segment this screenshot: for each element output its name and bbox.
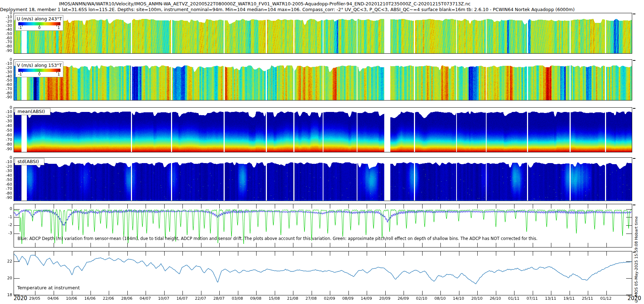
x-axis-date-label: 26/09 <box>395 296 411 301</box>
depth-variation-tick-label: -3 <box>0 231 12 235</box>
std-absi-heatmap-canvas <box>14 158 632 201</box>
v-colorbar-title: V (m/s) along 153°T <box>16 62 63 68</box>
u-depth-tick-label: -50 <box>0 31 12 36</box>
mean-depth-tick-label: -30 <box>0 119 12 123</box>
mean-depth-tick-label: -70 <box>0 137 12 142</box>
x-axis-date-label: 16/07 <box>174 296 190 301</box>
mean-absi-label: mean(ABSI) <box>15 108 50 115</box>
u-depth-tick-label: -10 <box>0 15 12 19</box>
x-axis-date-label: 04/07 <box>137 296 153 301</box>
x-axis-date-label: 14/10 <box>450 296 467 301</box>
x-axis-date-label: 13/11 <box>542 296 559 301</box>
v-depth-tick-label: -50 <box>0 78 12 83</box>
u-depth-tick-label: -70 <box>0 40 12 44</box>
std-depth-tick-label: -50 <box>0 177 12 182</box>
u-colorbar-title: U (m/s) along 243°T <box>16 15 63 21</box>
panel-right-zero-tick <box>633 108 635 109</box>
v-velocity-heatmap-canvas <box>14 60 632 100</box>
x-axis-date-label: 07/11 <box>524 296 541 301</box>
v-depth-tick-label: -30 <box>0 70 12 74</box>
x-axis-date-label: 29/05 <box>26 296 43 301</box>
v-depth-tick-label: -90 <box>0 95 12 99</box>
temperature-tick-label: 22 <box>0 259 12 264</box>
u-depth-tick-label: -30 <box>0 23 12 28</box>
panel-std-absi: std(ABSI) <box>14 157 632 201</box>
x-axis-date-label: 08/09 <box>340 296 356 301</box>
u-depth-tick-label: -20 <box>0 19 12 24</box>
v-depth-tick-label: -10 <box>0 61 12 66</box>
std-depth-tick-label: -80 <box>0 191 12 196</box>
std-absi-label: std(ABSI) <box>15 158 44 165</box>
v-depth-tick-label: -20 <box>0 65 12 70</box>
v-depth-tick-label: -60 <box>0 82 12 87</box>
x-axis-date-label: 22/07 <box>192 296 209 301</box>
x-axis-date-label: 20/09 <box>377 296 393 301</box>
temperature-canvas <box>14 251 632 295</box>
x-axis-date-label: 22/06 <box>100 296 117 301</box>
figure-subtitle-deployment: Deployment 18, member 1 lat=31.65S lon=1… <box>0 7 530 12</box>
std-depth-tick-label: -40 <box>0 173 12 178</box>
x-axis-date-label: 10/07 <box>156 296 172 301</box>
std-depth-tick-label: 0 <box>0 155 12 160</box>
depth-variation-note: Blue: ADCP Depth (m) variation from sens… <box>18 236 537 241</box>
temperature-tick-label: 18 <box>0 293 12 297</box>
x-axis-year-left: 2020 <box>12 295 29 301</box>
depth-variation-tick-label: -2 <box>0 222 12 227</box>
v-colorbar-gradient <box>18 69 60 72</box>
u-colorbar-tick-neg1: -1 <box>18 25 22 30</box>
u-depth-tick-label: -80 <box>0 44 12 49</box>
temperature-label: Temperature at instrument <box>17 285 80 290</box>
v-colorbar-ticklabels: -1 0 1 <box>16 72 63 77</box>
v-colorbar-legend: V (m/s) along 153°T -1 0 1 <box>15 62 63 77</box>
x-axis-date-label: 04/06 <box>45 296 62 301</box>
u-depth-tick-label: -60 <box>0 36 12 40</box>
mean-depth-tick-label: -50 <box>0 128 12 133</box>
v-depth-tick-label: -40 <box>0 74 12 79</box>
panel-v-velocity: V (m/s) along 153°T -1 0 1 <box>14 59 632 100</box>
x-axis-date-label: 08/10 <box>432 296 448 301</box>
panel-u-velocity: U (m/s) along 243°T -1 0 1 <box>14 13 632 54</box>
x-axis-date-label: 14/09 <box>358 296 375 301</box>
depth-variation-tick-label: -1 <box>0 215 12 219</box>
mean-depth-tick-label: 0 <box>0 105 12 110</box>
figure-root: IMOS/ANMN/WA/WATR10/Velocity/IMOS_ANMN-W… <box>0 0 644 304</box>
panel-right-zero-tick <box>633 14 635 14</box>
std-depth-tick-label: -20 <box>0 164 12 169</box>
panel-right-zero-tick <box>633 158 635 159</box>
imos-watermark: © IMOS 05-May-2025 15:59:08 Hobart time <box>634 165 639 303</box>
x-axis-date-label: 20/10 <box>469 296 485 301</box>
std-depth-tick-label: -90 <box>0 195 12 200</box>
u-colorbar-tick-1: 1 <box>58 25 60 30</box>
x-axis-date-label: 27/08 <box>303 296 319 301</box>
panel-temperature: Temperature at instrument <box>14 251 632 295</box>
x-axis-date-label: 19/11 <box>561 296 577 301</box>
depth-variation-tick-label: 0 <box>0 206 12 211</box>
x-axis-date-label: 03/08 <box>229 296 246 301</box>
std-depth-tick-label: -30 <box>0 168 12 173</box>
x-axis-date-label: 26/10 <box>487 296 504 301</box>
mean-depth-tick-label: -20 <box>0 114 12 119</box>
panel-mean-absi: mean(ABSI) <box>14 107 632 152</box>
mean-absi-heatmap-canvas <box>14 108 632 152</box>
mean-depth-tick-label: -80 <box>0 142 12 147</box>
std-depth-tick-label: -10 <box>0 160 12 164</box>
x-axis-date-label: 02/10 <box>414 296 430 301</box>
panel-right-zero-tick <box>633 60 635 61</box>
u-colorbar-gradient <box>18 22 60 25</box>
panel-depth-variation: Blue: ADCP Depth (m) variation from sens… <box>14 204 632 247</box>
u-colorbar-tick-0: 0 <box>38 25 41 30</box>
temperature-tick-label: 20 <box>0 276 12 280</box>
x-axis-date-label: 21/08 <box>284 296 301 301</box>
u-colorbar-legend: U (m/s) along 243°T -1 0 1 <box>15 15 63 31</box>
u-velocity-heatmap-canvas <box>14 13 632 53</box>
v-depth-tick-label: 0 <box>0 57 12 62</box>
figure-title-filename: IMOS/ANMN/WA/WATR10/Velocity/IMOS_ANMN-W… <box>0 1 530 6</box>
x-axis-date-label: 01/12 <box>598 296 614 301</box>
mean-depth-tick-label: -10 <box>0 109 12 114</box>
x-axis-date-label: 10/06 <box>63 296 80 301</box>
x-axis-date-label: 25/11 <box>579 296 596 301</box>
mean-depth-tick-label: -60 <box>0 133 12 137</box>
x-axis-date-label: 28/06 <box>119 296 135 301</box>
x-axis-date-label: 28/07 <box>211 296 227 301</box>
u-depth-tick-label: -40 <box>0 27 12 32</box>
